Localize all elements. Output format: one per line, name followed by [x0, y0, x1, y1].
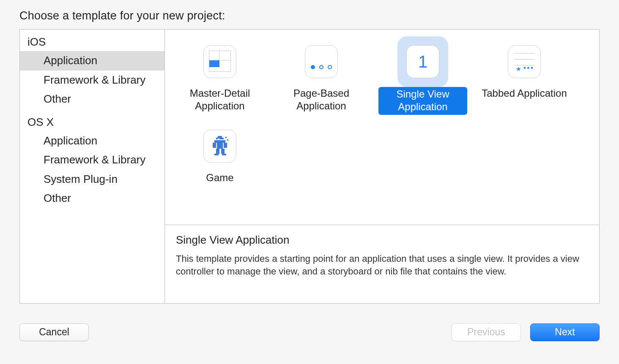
previous-button: Previous	[452, 323, 521, 341]
sidebar: iOS Application Framework & Library Othe…	[20, 30, 165, 303]
template-master-detail[interactable]: Master-Detail Application	[169, 34, 271, 118]
svg-rect-8	[221, 149, 225, 154]
sheet-title: Choose a template for your new project:	[0, 0, 619, 27]
description-title: Single View Application	[176, 234, 588, 247]
page-based-icon	[296, 36, 347, 87]
sidebar-item-ios-framework-library[interactable]: Framework & Library	[20, 71, 164, 90]
master-detail-icon	[194, 36, 245, 87]
svg-rect-7	[216, 149, 219, 154]
svg-rect-0	[218, 136, 222, 138]
main-area: Master-Detail Application Page-Based App…	[165, 30, 599, 303]
svg-rect-9	[214, 154, 219, 155]
template-game[interactable]: Game	[169, 118, 271, 203]
sidebar-item-osx-system-plugin[interactable]: System Plug-in	[20, 170, 164, 189]
template-tabbed[interactable]: ★••• Tabbed Application	[474, 34, 575, 118]
svg-rect-6	[217, 143, 223, 149]
sidebar-item-osx-framework-library[interactable]: Framework & Library	[20, 150, 164, 170]
sidebar-item-ios-other[interactable]: Other	[20, 90, 164, 109]
main-panel: iOS Application Framework & Library Othe…	[19, 29, 600, 304]
svg-rect-11	[225, 137, 227, 138]
sidebar-group-ios-header: iOS	[20, 34, 164, 51]
svg-rect-2	[218, 139, 219, 140]
template-page-based[interactable]: Page-Based Application	[271, 34, 372, 118]
sidebar-item-ios-application[interactable]: Application	[20, 51, 164, 71]
svg-rect-5	[224, 143, 227, 148]
next-button[interactable]: Next	[530, 323, 600, 341]
cancel-button[interactable]: Cancel	[19, 323, 89, 341]
single-view-icon: 1	[397, 36, 448, 87]
svg-rect-1	[216, 138, 224, 139]
description-body: This template provides a starting point …	[176, 253, 588, 277]
svg-rect-12	[227, 139, 228, 141]
template-label: Tabbed Application	[482, 87, 567, 100]
tabbed-icon: ★•••	[499, 36, 550, 87]
svg-rect-10	[222, 154, 226, 155]
sidebar-item-osx-other[interactable]: Other	[20, 189, 164, 208]
svg-rect-3	[214, 140, 225, 143]
svg-rect-4	[213, 143, 216, 148]
template-grid: Master-Detail Application Page-Based App…	[165, 30, 599, 225]
template-label: Master-Detail Application	[175, 87, 264, 112]
game-icon	[194, 121, 245, 171]
footer: Cancel Previous Next	[19, 323, 600, 341]
template-label: Single View Application	[378, 87, 467, 115]
template-chooser-sheet: Choose a template for your new project: …	[0, 0, 619, 364]
template-description: Single View Application This template pr…	[165, 225, 599, 303]
template-label: Game	[206, 171, 233, 184]
template-label: Page-Based Application	[277, 87, 366, 112]
template-single-view[interactable]: 1 Single View Application	[372, 34, 474, 118]
sidebar-group-osx-header: OS X	[20, 114, 164, 131]
sidebar-item-osx-application[interactable]: Application	[20, 131, 164, 151]
